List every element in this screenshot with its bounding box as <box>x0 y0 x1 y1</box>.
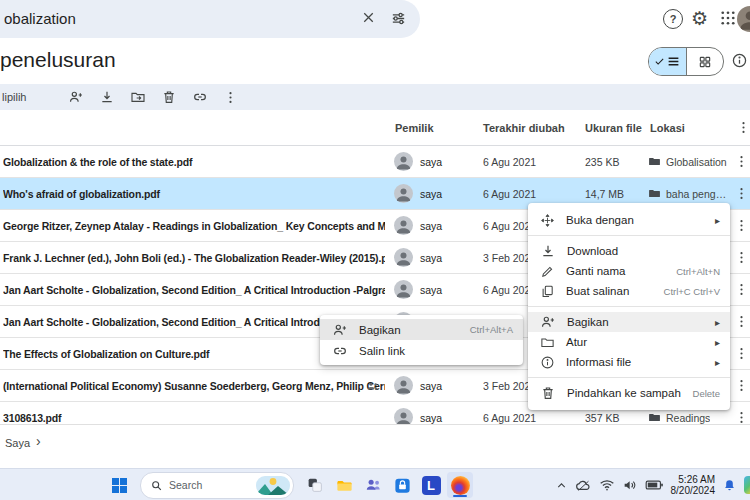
menu-item-atur[interactable]: Atur▸ <box>528 332 730 352</box>
menu-item-buka-dengan[interactable]: Buka dengan▸ <box>528 210 730 230</box>
tray-chevron-up-icon[interactable] <box>555 479 568 492</box>
menu-item-label: Informasi file <box>566 356 704 368</box>
row-more-button[interactable] <box>733 146 749 177</box>
settings-gear-icon[interactable]: ⚙ <box>691 9 708 29</box>
menu-item-label: Download <box>567 245 720 257</box>
menu-item-informasi-file[interactable]: Informasi file▸ <box>528 352 730 372</box>
title-row: penelusuran <box>0 44 750 80</box>
menu-item-pindahkan-ke-sampah[interactable]: Pindahkan ke sampahDelete <box>528 383 730 403</box>
check-icon <box>654 56 665 67</box>
weather-widget-icon[interactable] <box>256 476 290 495</box>
battery-icon[interactable] <box>645 478 664 492</box>
clear-search-icon[interactable] <box>360 9 377 26</box>
toolbar-more-button[interactable] <box>223 90 238 105</box>
l-app-button[interactable]: L <box>418 472 444 498</box>
share-icon <box>332 322 348 338</box>
menu-item-label: Bagikan <box>359 324 459 336</box>
row-more-button[interactable] <box>733 370 749 401</box>
volume-icon[interactable] <box>622 477 638 493</box>
widgets-icon[interactable] <box>744 476 750 494</box>
microsoft-store-button[interactable] <box>389 472 415 498</box>
column-header-owner[interactable]: Pemilik <box>395 122 434 134</box>
location-name: Globalisation <box>666 156 727 168</box>
account-avatar[interactable] <box>737 6 750 32</box>
row-more-button[interactable] <box>733 306 749 337</box>
context-menu: Buka dengan▸DownloadGanti namaCtrl+Alt+N… <box>528 203 730 410</box>
download-icon <box>540 243 556 259</box>
drive-header: obalization ? ⚙ <box>0 0 750 38</box>
search-input[interactable]: obalization <box>4 0 76 38</box>
help-icon[interactable]: ? <box>663 9 683 29</box>
menu-item-download[interactable]: Download <box>528 241 730 261</box>
copy-icon <box>540 284 555 299</box>
menu-item-buat-salinan[interactable]: Buat salinanCtrl+C Ctrl+V <box>528 281 730 301</box>
menu-item-ganti-nama[interactable]: Ganti namaCtrl+Alt+N <box>528 261 730 281</box>
clock-time: 5:26 AM <box>671 474 716 485</box>
row-more-button[interactable] <box>733 242 749 273</box>
breadcrumb[interactable]: Saya <box>5 437 30 449</box>
grid-view-icon <box>698 55 712 69</box>
file-name: Jan Aart Scholte - Globalization, Second… <box>3 274 385 305</box>
row-more-button[interactable] <box>733 210 749 241</box>
notification-bell-icon[interactable] <box>722 478 737 493</box>
taskbar-clock[interactable]: 5:26 AM 8/20/2024 <box>671 474 716 496</box>
file-explorer-button[interactable] <box>331 472 357 498</box>
menu-item-salin-link[interactable]: Salin link <box>320 340 523 361</box>
toolbar-share-button[interactable] <box>68 89 84 105</box>
menu-item-bagikan[interactable]: Bagikan▸ <box>528 312 730 332</box>
column-header-location[interactable]: Lokasi <box>650 122 685 134</box>
row-more-button[interactable] <box>733 338 749 369</box>
file-name: George Ritzer, Zeynep Atalay - Readings … <box>3 210 385 241</box>
owner-avatar <box>394 280 413 299</box>
file-name: Frank J. Lechner (ed.), John Boli (ed.) … <box>3 242 385 273</box>
search-filter-icon[interactable] <box>390 10 407 27</box>
owner-name: saya <box>420 412 442 424</box>
menu-shortcut: Ctrl+C Ctrl+V <box>664 286 720 297</box>
wifi-icon[interactable] <box>599 477 615 493</box>
file-owner: saya <box>394 146 480 177</box>
owner-name: saya <box>420 188 442 200</box>
taskbar-search-box[interactable]: Search <box>140 472 294 499</box>
file-name: (International Political Economy) Susann… <box>3 370 385 401</box>
header-more-icon[interactable] <box>736 120 750 135</box>
apps-grid-icon[interactable] <box>719 9 737 27</box>
task-view-button[interactable] <box>302 472 328 498</box>
task-view-icon <box>306 476 324 494</box>
teams-button[interactable] <box>360 472 386 498</box>
menu-item-bagikan[interactable]: BagikanCtrl+Alt+A <box>320 319 523 340</box>
link-icon <box>332 343 348 359</box>
file-owner: saya <box>394 210 480 241</box>
owner-avatar <box>394 376 413 395</box>
details-info-icon[interactable] <box>731 52 748 69</box>
owner-avatar <box>394 248 413 267</box>
folder-filled-icon <box>648 155 661 168</box>
share-submenu: BagikanCtrl+Alt+ASalin link <box>320 315 523 365</box>
file-owner: saya <box>394 274 480 305</box>
file-row[interactable]: Globalization & the role of the state.pd… <box>0 146 750 178</box>
page-title: penelusuran <box>0 48 116 72</box>
grid-view-button[interactable] <box>687 48 724 75</box>
toolbar-link-button[interactable] <box>192 89 208 105</box>
menu-divider <box>528 235 730 236</box>
clock-date: 8/20/2024 <box>671 485 716 496</box>
location-name: Readings <box>666 412 710 424</box>
file-size: 235 KB <box>585 146 645 177</box>
row-more-button[interactable] <box>733 178 749 209</box>
menu-item-label: Buat salinan <box>566 285 653 297</box>
menu-item-label: Buka dengan <box>566 214 704 226</box>
taskbar: Search <box>0 468 750 500</box>
toolbar-move-button[interactable] <box>130 89 146 105</box>
onedrive-cloud-icon[interactable] <box>575 477 592 494</box>
row-more-button[interactable] <box>733 274 749 305</box>
column-header-modified[interactable]: Terakhir diubah <box>483 122 565 134</box>
menu-item-label: Ganti nama <box>566 265 665 277</box>
file-owner: saya <box>394 178 480 209</box>
column-header-size[interactable]: Ukuran file <box>585 122 642 134</box>
toolbar-download-button[interactable] <box>99 89 115 105</box>
file-explorer-icon <box>335 476 354 495</box>
list-view-button[interactable] <box>649 48 687 75</box>
toolbar-trash-button[interactable] <box>161 89 177 105</box>
search-bar[interactable]: obalization <box>0 0 420 38</box>
firefox-button[interactable] <box>447 472 473 498</box>
windows-start-button[interactable] <box>106 472 132 498</box>
